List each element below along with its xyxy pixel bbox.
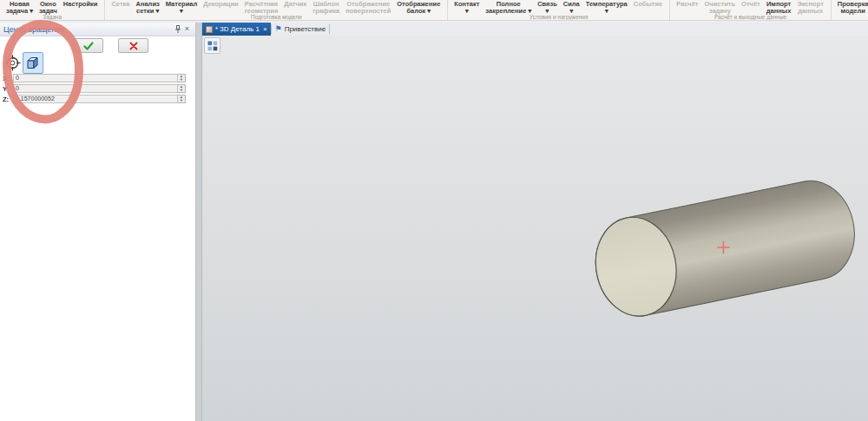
- ribbon-button-label: ▾: [454, 8, 479, 15]
- ribbon-button: Расчёт: [674, 1, 700, 8]
- ribbon-button-label: геометрия: [245, 8, 279, 15]
- ribbon-button[interactable]: Анализсетки ▾: [134, 1, 162, 14]
- ribbon-group-items: ПроверкамоделиАнализ пересеченийи зазоро…: [835, 1, 868, 14]
- ribbon-button-label: ▾: [563, 8, 580, 15]
- ribbon-button: Отчёт: [739, 1, 763, 8]
- ribbon-button-label: задача ▾: [6, 8, 33, 15]
- model-center-button[interactable]: [23, 52, 43, 74]
- ribbon-button: Расчётнаягеометрия: [242, 1, 281, 14]
- confirm-button[interactable]: [73, 38, 103, 53]
- spinner: ▴▾: [178, 84, 186, 93]
- ribbon-group-label: Задача: [3, 14, 101, 21]
- check-icon: [83, 42, 94, 50]
- tab-close-icon[interactable]: ×: [263, 25, 267, 33]
- ribbon-group-label: Расчёт и выходные данные: [674, 14, 827, 21]
- coordinate-field-row: X:▴▾: [3, 74, 186, 82]
- ribbon-button[interactable]: Отображениебалок ▾: [394, 1, 443, 14]
- document-tabbar: * 3D Деталь 1×⚑Приветствие: [202, 23, 868, 36]
- cube-icon: [25, 56, 41, 71]
- spinner-down-button[interactable]: ▾: [178, 78, 185, 82]
- ribbon-group-items: Контакт▾Полноезакрепление ▾Связь▾Сила▾Те…: [451, 1, 666, 14]
- ribbon-button: Экспортданных: [794, 1, 825, 14]
- ribbon-button: Событие: [631, 1, 666, 8]
- ribbon-group: Новаязадача ▾ОкнозадачНастройкиЗадача: [0, 0, 105, 20]
- ribbon-button-label: задачу: [705, 8, 736, 15]
- pin-icon-glyph: [174, 25, 181, 33]
- ribbon-button-label: графика: [312, 8, 339, 15]
- spinner-down-button[interactable]: ▾: [178, 99, 185, 102]
- ribbon-button-label: модели: [838, 8, 868, 15]
- ribbon-button-label: данных: [797, 8, 823, 15]
- panel-titlebar: Центр вращения ×: [0, 23, 195, 36]
- coordinate-label: Z:: [3, 95, 13, 103]
- ribbon-group: РасчётОчиститьзадачуОтчётИмпортданныхЭкс…: [670, 0, 832, 20]
- document-area: * 3D Деталь 1×⚑Приветствие: [202, 23, 868, 421]
- coordinate-input[interactable]: [13, 95, 178, 103]
- ribbon-button[interactable]: Настройки: [61, 1, 101, 8]
- ribbon-button-label: балок ▾: [397, 8, 440, 15]
- viewport-tool-icon: [207, 41, 218, 51]
- ribbon-button[interactable]: Окнозадач: [36, 1, 60, 14]
- cancel-button[interactable]: [118, 38, 148, 53]
- tab-label: Приветствие: [285, 25, 326, 33]
- panel-close-icon[interactable]: ×: [182, 24, 192, 34]
- coordinate-field-row: Y:▴▾: [3, 84, 186, 93]
- ribbon-button-label: ▾: [166, 8, 197, 15]
- ribbon-button-label: задач: [39, 8, 57, 15]
- ribbon-button: Шаблонграфика: [310, 1, 342, 14]
- pin-icon[interactable]: [173, 24, 182, 34]
- flag-icon: ⚑: [275, 25, 282, 33]
- ribbon-button[interactable]: Проверкамодели: [835, 1, 868, 14]
- ribbon-button-label: Сетка: [111, 1, 129, 8]
- ribbon-button-label: поверхностей: [345, 8, 391, 15]
- ribbon-button[interactable]: Сила▾: [561, 1, 582, 14]
- document-tab[interactable]: ⚑Приветствие: [272, 23, 330, 36]
- tab-label: * 3D Деталь 1: [215, 25, 260, 33]
- pick-center-point-button[interactable]: [2, 52, 23, 74]
- ribbon-button-label: Декорации: [203, 1, 238, 8]
- ribbon-button[interactable]: Контакт▾: [451, 1, 482, 14]
- 3d-scene: [202, 36, 868, 421]
- ribbon-button[interactable]: Материал▾: [163, 1, 200, 14]
- ribbon-button[interactable]: Температура▾: [583, 1, 630, 14]
- ribbon-group-items: СеткаАнализсетки ▾Материал▾ДекорацииРасч…: [108, 1, 444, 14]
- ribbon-button-label: Настройки: [63, 1, 98, 8]
- ribbon-button-label: Датчик: [284, 1, 306, 8]
- ribbon-button[interactable]: Новаязадача ▾: [3, 1, 36, 14]
- ribbon-button[interactable]: Импортданных: [764, 1, 794, 14]
- ribbon-group-label: Условия и нагружения: [451, 14, 666, 21]
- spinner: ▴▾: [178, 74, 186, 82]
- coordinate-label: X:: [3, 75, 13, 82]
- ribbon-button: Очиститьзадачу: [702, 1, 739, 14]
- ribbon-button-label: закрепление ▾: [485, 8, 531, 15]
- ribbon-group-items: РасчётОчиститьзадачуОтчётИмпортданныхЭкс…: [674, 1, 827, 14]
- ribbon-button-label: Событие: [634, 1, 663, 8]
- ribbon-group-items: Новаязадача ▾ОкнозадачНастройки: [3, 1, 101, 14]
- crosshair-icon: [4, 55, 21, 71]
- coordinate-input[interactable]: [13, 84, 178, 93]
- cylinder-part[interactable]: [587, 174, 863, 324]
- ribbon-button[interactable]: Полноезакрепление ▾: [483, 1, 534, 14]
- rotation-center-panel: Центр вращения ×: [0, 23, 195, 421]
- ribbon-button-label: Расчёт: [676, 1, 698, 8]
- ribbon-button: Сетка: [108, 1, 132, 8]
- application-window: Новаязадача ▾ОкнозадачНастройкиЗадачаСет…: [0, 0, 868, 421]
- ribbon-button: Декорации: [201, 1, 240, 8]
- document-tab[interactable]: * 3D Деталь 1×: [202, 23, 271, 36]
- ribbon-button-label: Отчёт: [741, 1, 760, 8]
- panel-splitter[interactable]: [195, 23, 202, 421]
- 3d-viewport[interactable]: [202, 36, 868, 421]
- ribbon-button[interactable]: Связь▾: [535, 1, 560, 14]
- spinner-down-button[interactable]: ▾: [178, 89, 185, 92]
- viewport-tool-button[interactable]: [204, 37, 220, 54]
- ribbon-button: Отображениеповерхностей: [343, 1, 393, 14]
- main-area: Центр вращения ×: [0, 21, 868, 421]
- ribbon-button: Датчик: [281, 1, 309, 8]
- coordinate-input[interactable]: [13, 74, 178, 82]
- ribbon-group-label: Подготовка модели: [108, 14, 444, 21]
- x-icon: [129, 42, 138, 50]
- part-document-icon: [206, 26, 213, 33]
- spinner: ▴▾: [178, 95, 186, 103]
- coordinate-fields: X:▴▾Y:▴▾Z:▴▾: [3, 74, 186, 105]
- ribbon-button-label: сетки ▾: [136, 8, 160, 15]
